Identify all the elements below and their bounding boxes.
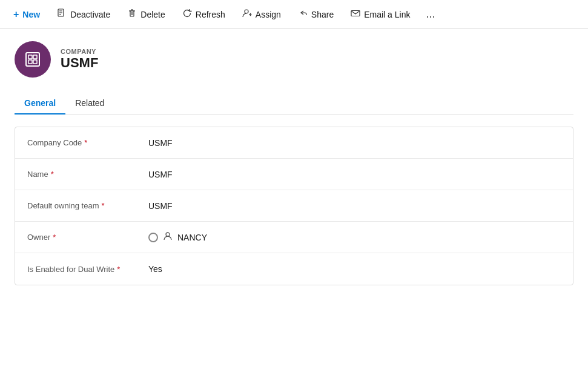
label-default-owning-team: Default owning team * bbox=[27, 201, 148, 210]
refresh-icon bbox=[182, 8, 192, 20]
share-button[interactable]: Share bbox=[289, 0, 342, 29]
svg-rect-16 bbox=[33, 55, 37, 59]
value-dual-write[interactable]: Yes bbox=[148, 264, 561, 274]
tab-related[interactable]: Related bbox=[65, 92, 114, 114]
label-company-code: Company Code * bbox=[27, 138, 148, 147]
delete-button[interactable]: Delete bbox=[119, 0, 173, 29]
page-content: COMPANY USMF General Related Company Cod… bbox=[0, 29, 588, 307]
trash-icon bbox=[127, 8, 137, 20]
svg-point-19 bbox=[166, 233, 170, 236]
svg-rect-15 bbox=[28, 55, 32, 59]
required-indicator: * bbox=[102, 201, 105, 210]
deactivate-button[interactable]: Deactivate bbox=[48, 0, 119, 29]
entity-header: COMPANY USMF bbox=[15, 41, 573, 78]
avatar bbox=[15, 41, 51, 78]
form-section: Company Code * USMF Name * USMF Default … bbox=[15, 127, 573, 285]
required-indicator: * bbox=[51, 170, 54, 179]
svg-rect-17 bbox=[28, 60, 32, 64]
svg-point-9 bbox=[245, 10, 248, 13]
required-indicator: * bbox=[84, 138, 87, 147]
value-name[interactable]: USMF bbox=[148, 170, 561, 179]
value-owner[interactable]: NANCY bbox=[148, 231, 561, 243]
deactivate-icon bbox=[57, 8, 67, 20]
email-link-button[interactable]: Email a Link bbox=[342, 0, 418, 29]
person-icon bbox=[163, 231, 173, 243]
label-name: Name * bbox=[27, 170, 148, 179]
assign-icon bbox=[242, 8, 252, 20]
share-icon bbox=[298, 8, 308, 20]
new-button[interactable]: + New bbox=[5, 0, 48, 29]
plus-icon: + bbox=[13, 10, 19, 19]
value-company-code[interactable]: USMF bbox=[148, 138, 561, 148]
toolbar: + New Deactivate Delete bbox=[0, 0, 588, 29]
form-row-company-code: Company Code * USMF bbox=[15, 127, 573, 159]
svg-rect-4 bbox=[130, 11, 134, 16]
more-button[interactable]: ... bbox=[418, 0, 442, 29]
svg-rect-14 bbox=[26, 53, 39, 66]
tabs: General Related bbox=[15, 92, 573, 114]
value-default-owning-team[interactable]: USMF bbox=[148, 201, 561, 211]
entity-type: COMPANY bbox=[61, 48, 98, 55]
required-indicator: * bbox=[117, 265, 120, 274]
entity-info: COMPANY USMF bbox=[61, 48, 98, 71]
form-row-default-owning-team: Default owning team * USMF bbox=[15, 190, 573, 222]
required-indicator: * bbox=[53, 233, 56, 242]
form-row-dual-write: Is Enabled for Dual Write * Yes bbox=[15, 253, 573, 285]
form-row-name: Name * USMF bbox=[15, 159, 573, 190]
refresh-button[interactable]: Refresh bbox=[174, 0, 234, 29]
label-owner: Owner * bbox=[27, 233, 148, 242]
svg-rect-18 bbox=[33, 60, 37, 64]
assign-button[interactable]: Assign bbox=[234, 0, 289, 29]
label-dual-write: Is Enabled for Dual Write * bbox=[27, 265, 148, 274]
owner-circle-icon bbox=[148, 233, 158, 242]
email-icon bbox=[351, 8, 360, 20]
entity-name: USMF bbox=[61, 55, 98, 71]
tab-general[interactable]: General bbox=[15, 92, 65, 114]
form-row-owner: Owner * NANCY bbox=[15, 222, 573, 253]
